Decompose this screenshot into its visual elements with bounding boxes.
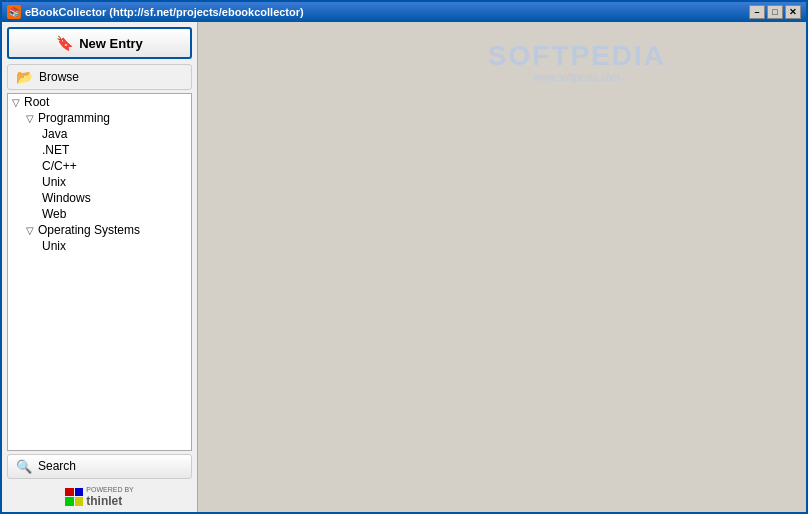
new-entry-button[interactable]: 🔖 New Entry bbox=[7, 27, 192, 59]
sidebar: 🔖 New Entry 📂 Browse ▽Root▽ProgrammingJa… bbox=[2, 22, 198, 512]
tree-item-label: Unix bbox=[42, 239, 66, 253]
window-content: 🔖 New Entry 📂 Browse ▽Root▽ProgrammingJa… bbox=[2, 22, 806, 512]
title-buttons: – □ ✕ bbox=[749, 5, 801, 19]
tree-item[interactable]: C/C++ bbox=[8, 158, 191, 174]
app-icon: 📚 bbox=[7, 5, 21, 19]
title-bar-left: 📚 eBookCollector (http://sf.net/projects… bbox=[7, 5, 304, 19]
title-bar: 📚 eBookCollector (http://sf.net/projects… bbox=[2, 2, 806, 22]
thinlet-logo: POWERED BY thinlet bbox=[65, 486, 133, 508]
maximize-button[interactable]: □ bbox=[767, 5, 783, 19]
tree-item[interactable]: Web bbox=[8, 206, 191, 222]
watermark: SOFTPEDIA www.softpedia.com bbox=[488, 40, 666, 83]
tree-item-label: Unix bbox=[42, 175, 66, 189]
tree-item[interactable]: Windows bbox=[8, 190, 191, 206]
watermark-url: www.softpedia.com bbox=[488, 72, 666, 83]
tree-item[interactable]: Unix bbox=[8, 238, 191, 254]
tree-item-label: Operating Systems bbox=[38, 223, 140, 237]
close-button[interactable]: ✕ bbox=[785, 5, 801, 19]
tree-item[interactable]: ▽Root bbox=[8, 94, 191, 110]
tree-item-label: Java bbox=[42, 127, 67, 141]
tree-item-label: Programming bbox=[38, 111, 110, 125]
powered-by-container: POWERED BY thinlet bbox=[86, 486, 133, 508]
main-window: 📚 eBookCollector (http://sf.net/projects… bbox=[0, 0, 808, 514]
tree-scroll[interactable]: ▽Root▽ProgrammingJava.NETC/C++UnixWindow… bbox=[8, 94, 191, 450]
window-title: eBookCollector (http://sf.net/projects/e… bbox=[25, 6, 304, 18]
tree-item-label: Root bbox=[24, 95, 49, 109]
search-button[interactable]: 🔍 Search bbox=[7, 454, 192, 479]
thinlet-icon bbox=[65, 488, 83, 506]
tree-item-label: Windows bbox=[42, 191, 91, 205]
new-entry-label: New Entry bbox=[79, 36, 143, 51]
browse-icon: 📂 bbox=[16, 69, 33, 85]
thinlet-brand: thinlet bbox=[86, 494, 133, 508]
minimize-button[interactable]: – bbox=[749, 5, 765, 19]
search-label: Search bbox=[38, 459, 76, 473]
tree-item[interactable]: Unix bbox=[8, 174, 191, 190]
tree-arrow-icon: ▽ bbox=[26, 225, 34, 236]
watermark-title: SOFTPEDIA bbox=[488, 40, 666, 72]
tree-item[interactable]: ▽Operating Systems bbox=[8, 222, 191, 238]
main-area: SOFTPEDIA www.softpedia.com bbox=[198, 22, 806, 512]
browse-label: Browse bbox=[39, 70, 79, 84]
browse-button[interactable]: 📂 Browse bbox=[7, 64, 192, 90]
tree-arrow-icon: ▽ bbox=[26, 113, 34, 124]
tree-item-label: .NET bbox=[42, 143, 69, 157]
search-icon: 🔍 bbox=[16, 459, 32, 474]
powered-text: POWERED BY bbox=[86, 486, 133, 494]
tree-container: ▽Root▽ProgrammingJava.NETC/C++UnixWindow… bbox=[7, 93, 192, 451]
tree-item-label: Web bbox=[42, 207, 66, 221]
tree-item-label: C/C++ bbox=[42, 159, 77, 173]
tree-arrow-icon: ▽ bbox=[12, 97, 20, 108]
tree-item[interactable]: ▽Programming bbox=[8, 110, 191, 126]
powered-by: POWERED BY thinlet bbox=[2, 482, 197, 512]
new-entry-icon: 🔖 bbox=[56, 35, 73, 51]
tree-item[interactable]: Java bbox=[8, 126, 191, 142]
tree-item[interactable]: .NET bbox=[8, 142, 191, 158]
